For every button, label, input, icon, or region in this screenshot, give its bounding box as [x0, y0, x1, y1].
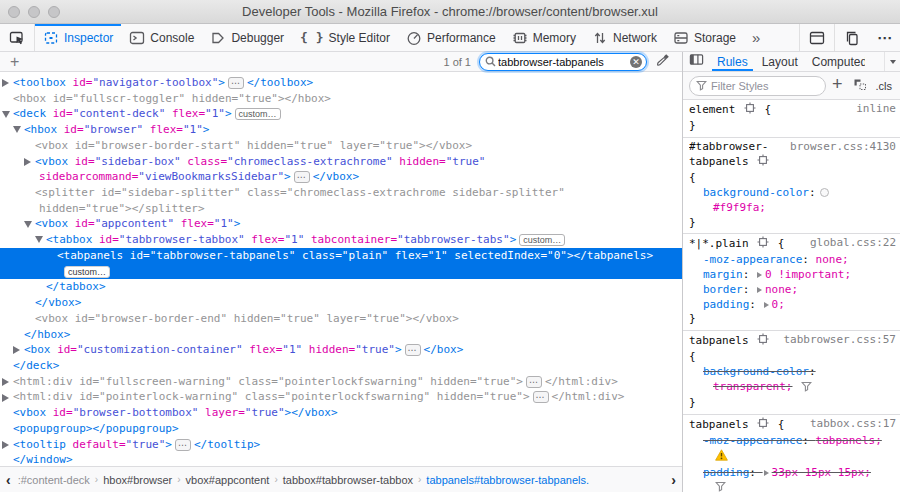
rule-property-line[interactable]: }: [689, 312, 896, 327]
rule-selector-line[interactable]: tabpanels {tabbox.css:17: [689, 417, 896, 434]
css-property-value[interactable]: 33px 15px 15px;: [772, 466, 871, 479]
dock-toolbox-button[interactable]: [800, 24, 834, 51]
css-property-name[interactable]: -moz-appearance: [703, 434, 802, 447]
css-property-value[interactable]: 0;: [772, 298, 785, 311]
highlight-element-icon[interactable]: [757, 417, 769, 434]
custom-element-badge[interactable]: custom…: [519, 234, 565, 246]
tab-debugger[interactable]: Debugger: [202, 24, 292, 51]
split-panel-toggle-button[interactable]: [683, 52, 710, 71]
inspector-search-input[interactable]: [496, 56, 630, 68]
breadcrumb-item[interactable]: tabbox#tabbrowser-tabbox: [282, 474, 414, 486]
rule-text[interactable]: :: [749, 466, 762, 479]
rule-property-line[interactable]: -moz-appearance: none;: [689, 253, 896, 268]
filter-styles-input[interactable]: [707, 80, 825, 92]
rule-property-line[interactable]: }: [689, 216, 896, 231]
tab-performance[interactable]: Performance: [398, 24, 504, 51]
expand-twisty-icon[interactable]: [2, 79, 9, 87]
rule-property-line[interactable]: transparent;: [689, 380, 896, 397]
css-property-value[interactable]: transparent;: [713, 380, 792, 393]
markup-row[interactable]: <hbox id="browser" flex="1">: [0, 122, 682, 138]
highlight-element-icon[interactable]: [757, 154, 769, 171]
markup-row[interactable]: <vbox id="browser-border-start" hidden="…: [0, 138, 682, 154]
tab-memory[interactable]: Memory: [504, 24, 584, 51]
tab-network[interactable]: Network: [584, 24, 665, 51]
sidebar-tab-ruleview[interactable]: Rules: [710, 52, 755, 71]
sidebar-tab-layoutview[interactable]: Layout: [755, 52, 805, 71]
show-more-badge[interactable]: ⋯: [294, 171, 310, 183]
css-property-value[interactable]: #f9f9fa;: [713, 201, 766, 214]
markup-row[interactable]: <tooltip default="true">⋯</tooltip>: [0, 437, 682, 453]
css-property-name[interactable]: border: [703, 283, 743, 296]
rule-text[interactable]: :: [749, 298, 762, 311]
rule-text[interactable]: :: [743, 283, 756, 296]
markup-row[interactable]: <splitter id="sidebar-splitter" class="c…: [0, 185, 682, 201]
markup-row[interactable]: <popupgroup></popupgroup>: [0, 421, 682, 437]
expand-twisty-icon[interactable]: [2, 111, 10, 118]
expand-twisty-icon[interactable]: [24, 158, 31, 166]
rule-selector-line[interactable]: tabpanels tabbrowser.css:57: [689, 333, 896, 350]
markup-row[interactable]: </vbox>: [0, 295, 682, 311]
stylesheet-link[interactable]: tabbox.css:17: [806, 417, 896, 434]
highlight-element-icon[interactable]: [757, 236, 769, 253]
rule-selector-line[interactable]: *|*.plain {global.css:22: [689, 236, 896, 253]
rule-text[interactable]: :: [802, 434, 815, 447]
edit-classes-button[interactable]: .cls: [871, 80, 895, 92]
markup-row[interactable]: </hbox>: [0, 327, 682, 343]
markup-row[interactable]: <box id="customization-container" flex="…: [0, 342, 682, 358]
breadcrumb-item[interactable]: :#content-deck: [17, 474, 91, 486]
rule-selector-line[interactable]: element {inline: [689, 102, 896, 119]
rule-text[interactable]: :: [809, 365, 816, 378]
color-swatch[interactable]: [820, 188, 829, 197]
markup-row[interactable]: <html:div id="pointerlock-warning" class…: [0, 389, 682, 405]
expand-twisty-icon[interactable]: [13, 346, 20, 354]
rule-property-line[interactable]: {: [689, 350, 896, 365]
rule-selector-line[interactable]: #tabbrowser-browser.css:4130: [689, 140, 896, 155]
markup-row[interactable]: </tabbox>: [0, 279, 682, 295]
rule-property-line[interactable]: padding: 33px 15px 15px;: [689, 466, 896, 481]
markup-row[interactable]: <tabpanels id="tabbrowser-tabpanels" cla…: [0, 248, 682, 264]
expand-value-icon[interactable]: [764, 302, 769, 308]
css-property-name[interactable]: background-color: [703, 365, 809, 378]
overridden-filter-icon[interactable]: [801, 381, 812, 397]
markup-row[interactable]: <hbox id="fullscr-toggler" hidden="true"…: [0, 91, 682, 107]
expand-twisty-icon[interactable]: [13, 126, 21, 133]
css-property-value[interactable]: 0 !important;: [765, 268, 851, 281]
css-property-value[interactable]: tabpanels;: [816, 434, 882, 447]
add-rule-button[interactable]: +: [826, 74, 849, 97]
breadcrumbs-scroll-right[interactable]: ›: [665, 472, 682, 488]
tab-styleeditor[interactable]: { }Style Editor: [292, 24, 398, 51]
rule-property-line[interactable]: {: [689, 171, 896, 186]
pseudo-class-panel-button[interactable]: [849, 77, 871, 95]
markup-row[interactable]: </deck>: [0, 358, 682, 374]
tab-storage[interactable]: Storage: [665, 24, 744, 51]
css-property-name[interactable]: padding: [703, 466, 749, 479]
css-property-name[interactable]: margin: [703, 268, 743, 281]
rule-property-line[interactable]: padding: 0;: [689, 298, 896, 313]
css-property-name[interactable]: -moz-appearance: [703, 253, 802, 266]
rule-text[interactable]: :: [802, 253, 815, 266]
show-more-badge[interactable]: ⋯: [533, 391, 549, 403]
show-more-badge[interactable]: ⋯: [175, 439, 191, 451]
rule-property-line[interactable]: [689, 480, 896, 492]
highlight-element-icon[interactable]: [744, 102, 756, 119]
expand-value-icon[interactable]: [757, 287, 762, 293]
tab-console[interactable]: Console: [121, 24, 202, 51]
rule-property-line[interactable]: #f9f9fa;: [689, 201, 896, 216]
stylesheet-link[interactable]: browser.css:4130: [786, 140, 896, 155]
css-property-name[interactable]: padding: [703, 298, 749, 311]
clear-search-icon[interactable]: ✕: [630, 56, 642, 68]
markup-row[interactable]: <vbox id="appcontent" flex="1">: [0, 216, 682, 232]
breadcrumb-item[interactable]: tabpanels#tabbrowser-tabpanels.: [425, 474, 590, 486]
rule-text[interactable]: [792, 380, 799, 393]
highlight-element-icon[interactable]: [757, 333, 769, 350]
rule-property-line[interactable]: tabpanels: [689, 154, 896, 171]
rule-property-line[interactable]: margin: 0 !important;: [689, 268, 896, 283]
markup-row[interactable]: <vbox id="sidebar-box" class="chromeclas…: [0, 154, 682, 170]
rule-property-line[interactable]: background-color:: [689, 186, 896, 201]
markup-row[interactable]: <vbox id="browser-border-end" hidden="tr…: [0, 311, 682, 327]
rule-property-line[interactable]: }: [689, 119, 896, 134]
expand-twisty-icon[interactable]: [2, 394, 9, 402]
show-more-badge[interactable]: ⋯: [228, 77, 244, 89]
markup-row[interactable]: <html:div id="fullscreen-warning" class=…: [0, 374, 682, 390]
rule-property-line[interactable]: background-color:: [689, 365, 896, 380]
